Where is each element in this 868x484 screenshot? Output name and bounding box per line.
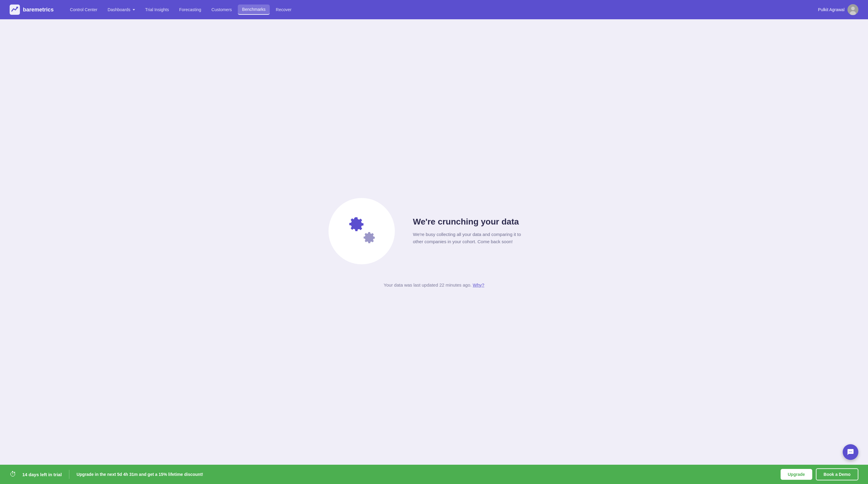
gear-small-icon [362,231,377,246]
nav-benchmarks[interactable]: Benchmarks [238,4,270,15]
clock-icon: ⏱ [10,471,16,478]
brand-name: baremetrics [23,7,54,13]
gear-illustration [329,198,395,264]
chat-button[interactable] [843,444,858,460]
avatar [847,4,858,15]
nav-dashboards[interactable]: Dashboards [103,5,139,14]
crunching-card: We're crunching your data We're busy col… [329,198,539,264]
nav-customers[interactable]: Customers [207,5,236,14]
gear-icon-group [347,216,377,246]
user-menu[interactable]: Pulkit Agrawal [818,4,858,15]
nav-forecasting[interactable]: Forecasting [175,5,205,14]
upgrade-button[interactable]: Upgrade [781,469,812,480]
book-demo-button[interactable]: Book a Demo [816,468,858,480]
dashboards-chevron-icon [133,9,135,10]
top-nav: baremetrics Control Center Dashboards Tr… [0,0,868,19]
trial-discount-text: Upgrade in the next 5d 4h 31m and get a … [76,472,775,477]
trial-divider [69,470,69,479]
main-content: We're crunching your data We're busy col… [0,19,868,484]
why-link[interactable]: Why? [473,282,484,288]
brand-logo[interactable]: baremetrics [10,4,54,15]
user-name: Pulkit Agrawal [818,7,844,12]
crunching-text: We're crunching your data We're busy col… [413,217,521,246]
trial-bar: ⏱ 14 days left in trial Upgrade in the n… [0,465,868,484]
svg-point-1 [16,7,18,8]
nav-recover[interactable]: Recover [272,5,296,14]
chat-icon [847,448,854,456]
crunching-heading: We're crunching your data [413,217,521,227]
trial-buttons: Upgrade Book a Demo [781,468,858,480]
svg-point-5 [849,451,849,452]
last-updated: Your data was last updated 22 minutes ag… [384,282,484,288]
svg-point-6 [850,451,851,452]
svg-point-3 [851,7,855,10]
nav-trial-insights[interactable]: Trial Insights [141,5,173,14]
logo-icon [10,4,20,15]
nav-links: Control Center Dashboards Trial Insights… [66,4,818,15]
trial-days-left: 14 days left in trial [22,472,62,477]
crunching-description: We're busy collecting all your data and … [413,231,521,245]
svg-point-7 [851,451,852,452]
nav-control-center[interactable]: Control Center [66,5,101,14]
